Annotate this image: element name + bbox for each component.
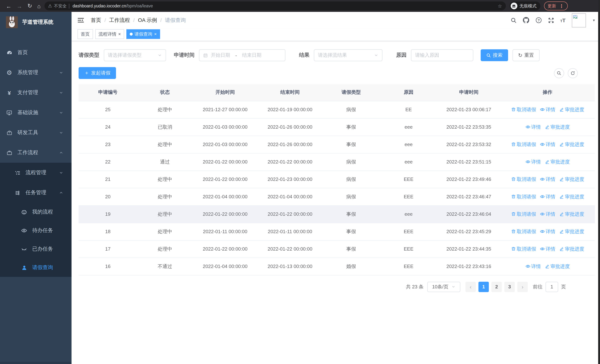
logo-row[interactable]: 芋道管理系统: [0, 12, 72, 33]
goto-page-input[interactable]: 1: [545, 281, 558, 292]
sidebar-item-task-mgmt[interactable]: 任务管理: [0, 183, 72, 203]
cancel-action-link[interactable]: 取消请假: [511, 176, 536, 183]
progress-action-link[interactable]: 审批进度: [559, 246, 584, 252]
url-bar[interactable]: ⚠ 不安全 dashboard.yudao.iocoder.cn/bpm/oa/…: [44, 1, 506, 10]
progress-action-link[interactable]: 审批进度: [559, 176, 584, 183]
scrollbar[interactable]: [598, 0, 600, 364]
detail-action-link[interactable]: 详情: [540, 246, 555, 252]
detail-action-link[interactable]: 详情: [525, 124, 541, 130]
page-button-1[interactable]: 1: [478, 281, 489, 292]
table-row[interactable]: 25处理中2021-12-27 00:00:002022-01-19 00:00…: [79, 101, 595, 118]
cell-type: 病假: [322, 170, 380, 188]
back-icon[interactable]: ←: [6, 3, 11, 9]
cell-id: 25: [79, 101, 137, 118]
reset-button[interactable]: ↻ 重置: [513, 49, 539, 61]
detail-action-link[interactable]: 详情: [540, 228, 555, 235]
sidebar-item-done-tasks[interactable]: 已办任务: [0, 240, 72, 258]
home-icon[interactable]: ⌂: [37, 3, 41, 9]
result-select[interactable]: 请选择流结果: [314, 49, 383, 61]
detail-action-link[interactable]: 详情: [525, 263, 541, 270]
breadcrumb-item[interactable]: 工作流程: [109, 17, 130, 24]
table-row[interactable]: 22通过2022-01-22 00:00:002022-01-22 00:00:…: [79, 153, 595, 170]
table-row[interactable]: 23处理中2022-01-03 00:00:002022-01-26 00:00…: [79, 136, 595, 153]
sidebar-item-infrastructure[interactable]: 基础设施: [0, 103, 72, 123]
sidebar-item-workflow[interactable]: 工作流程: [0, 143, 72, 163]
view-icon: [540, 212, 544, 216]
forward-icon[interactable]: →: [17, 3, 22, 9]
detail-action-link[interactable]: 详情: [540, 193, 555, 200]
create-leave-button[interactable]: ＋ 发起请假: [79, 67, 116, 79]
progress-action-link[interactable]: 审批进度: [544, 159, 570, 165]
prev-page-button[interactable]: ‹: [466, 281, 476, 292]
breadcrumb-item[interactable]: 首页: [91, 17, 101, 24]
edit-icon: [559, 229, 564, 234]
search-icon[interactable]: [511, 17, 517, 23]
table-row[interactable]: 21处理中2022-01-22 00:00:002022-01-23 00:00…: [79, 170, 595, 188]
table-row[interactable]: 24已取消2022-01-03 00:00:002022-01-26 00:00…: [79, 118, 595, 136]
sidebar-item-payment-mgmt[interactable]: ¥支付管理: [0, 83, 72, 103]
cancel-action-link[interactable]: 取消请假: [511, 228, 536, 235]
refresh-table-icon[interactable]: [568, 68, 578, 78]
page-size-select[interactable]: 10条/页: [427, 281, 460, 292]
progress-action-link[interactable]: 审批进度: [544, 124, 570, 130]
update-button[interactable]: 更新 ⋮: [544, 1, 568, 10]
tab-请假查询[interactable]: 请假查询×: [126, 29, 160, 39]
progress-action-link[interactable]: 审批进度: [559, 141, 584, 148]
toggle-search-icon[interactable]: [554, 68, 564, 78]
page-button-2[interactable]: 2: [491, 281, 502, 292]
reload-icon[interactable]: ↻: [28, 3, 32, 9]
table-row[interactable]: 18处理中2022-01-11 00:00:002022-01-11 00:00…: [79, 223, 595, 240]
bookmark-star-icon[interactable]: ☆: [498, 3, 502, 9]
cell-reason: EEE: [380, 223, 437, 240]
table-row[interactable]: 16不通过2022-01-04 00:00:002022-01-13 00:00…: [79, 258, 595, 275]
cancel-action-link[interactable]: 取消请假: [511, 193, 536, 200]
detail-action-link[interactable]: 详情: [525, 159, 541, 165]
collapse-sidebar-icon[interactable]: [77, 18, 84, 23]
sidebar-item-process-mgmt[interactable]: 流程管理: [0, 163, 72, 183]
detail-action-link[interactable]: 详情: [540, 176, 555, 183]
apply-time-range-picker[interactable]: 开始日期 - 结束日期: [199, 49, 285, 61]
table-row[interactable]: 20处理中2022-01-04 00:00:002022-01-04 00:00…: [79, 188, 595, 205]
next-page-button[interactable]: ›: [517, 281, 528, 292]
column-header: 操作: [500, 84, 595, 101]
progress-action-link[interactable]: 审批进度: [559, 193, 584, 200]
tab-首页[interactable]: 首页: [77, 29, 93, 39]
browser-menu-icon[interactable]: ⋮: [559, 3, 564, 9]
detail-action-link[interactable]: 详情: [540, 106, 555, 113]
cancel-action-link[interactable]: 取消请假: [511, 106, 536, 113]
progress-action-link[interactable]: 审批进度: [559, 211, 584, 217]
breadcrumb-item[interactable]: OA 示例: [138, 17, 157, 24]
sidebar-item-system-mgmt[interactable]: ⚙系统管理: [0, 63, 72, 83]
table-row[interactable]: 19处理中2022-01-22 00:00:002022-01-22 00:00…: [79, 205, 595, 223]
sidebar-item-todo-tasks[interactable]: 待办任务: [0, 221, 72, 240]
progress-action-link[interactable]: 审批进度: [559, 106, 584, 113]
detail-action-link[interactable]: 详情: [540, 141, 555, 148]
help-icon[interactable]: ?: [535, 17, 542, 23]
security-warning-icon[interactable]: ⚠: [48, 3, 52, 9]
close-icon[interactable]: ×: [154, 31, 157, 37]
sidebar-item-dev-tools[interactable]: 研发工具: [0, 123, 72, 143]
sidebar-item-leave-query[interactable]: 请假查询: [0, 258, 72, 277]
search-button[interactable]: 搜索: [481, 49, 508, 61]
fullscreen-icon[interactable]: [548, 17, 554, 23]
github-icon[interactable]: [523, 17, 529, 23]
detail-action-link[interactable]: 详情: [540, 211, 555, 217]
reason-input[interactable]: 请输入原因: [411, 49, 473, 61]
table-row[interactable]: 17处理中2022-01-22 00:00:002022-01-22 00:00…: [79, 240, 595, 258]
avatar-dropdown-icon[interactable]: ▾: [593, 18, 595, 22]
cancel-action-link[interactable]: 取消请假: [511, 141, 536, 148]
progress-action-link[interactable]: 审批进度: [544, 263, 570, 270]
close-icon[interactable]: ×: [118, 31, 121, 37]
avatar[interactable]: [572, 13, 586, 27]
progress-action-link[interactable]: 审批进度: [559, 228, 584, 235]
leave-type-select[interactable]: 请选择请假类型: [104, 49, 166, 61]
cancel-action-link[interactable]: 取消请假: [511, 246, 536, 252]
tab-流程详情[interactable]: 流程详情×: [95, 29, 124, 39]
cancel-action-link[interactable]: 取消请假: [511, 211, 536, 217]
sidebar-item-home[interactable]: 首页: [0, 43, 72, 63]
sidebar-item-label: 首页: [18, 49, 28, 56]
font-size-icon[interactable]: TT: [560, 17, 565, 23]
apply-time-label: 申请时间: [174, 52, 195, 59]
sidebar-item-my-process[interactable]: 我的流程: [0, 203, 72, 221]
page-button-3[interactable]: 3: [504, 281, 515, 292]
